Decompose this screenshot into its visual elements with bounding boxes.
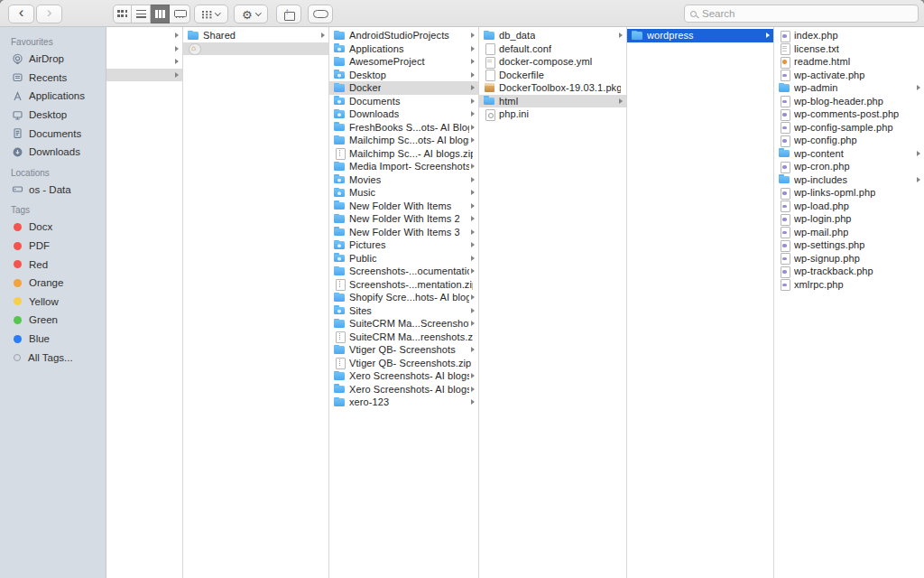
sidebar-item-desktop[interactable]: Desktop [0, 106, 106, 125]
folder-row[interactable]: AwesomeProject [329, 55, 478, 69]
sidebar-item-label: Documents [29, 128, 81, 139]
file-row[interactable] [106, 42, 182, 56]
folder-applications-icon [334, 43, 346, 53]
file-row[interactable]: wp-load.php [774, 200, 924, 213]
sidebar-item-applications[interactable]: Applications [0, 87, 106, 106]
folder-row[interactable]: AndroidStudioProjects [329, 29, 478, 42]
sidebar-item-all-tags[interactable]: All Tags... [0, 348, 106, 367]
file-row[interactable]: xmlrpc.php [774, 278, 924, 292]
file-row[interactable]: wp-signup.php [774, 252, 924, 266]
file-row[interactable]: wp-login.php [774, 212, 924, 226]
file-row[interactable]: readme.html [774, 55, 924, 69]
icon-view-button[interactable] [113, 5, 132, 23]
file-row[interactable]: default.conf [479, 42, 626, 56]
sidebar-item-red[interactable]: Red [0, 255, 106, 274]
folder-row[interactable]: Mailchimp Sc...ots- AI blogs [329, 134, 478, 147]
folder-row[interactable]: Applications [329, 42, 478, 56]
forward-button[interactable] [36, 5, 62, 23]
sidebar-item-airdrop[interactable]: AirDrop [0, 50, 106, 69]
file-row[interactable]: wp-cron.php [774, 160, 924, 173]
file-row[interactable]: wp-links-opml.php [774, 186, 924, 200]
folder-row[interactable]: Documents [329, 95, 478, 108]
sidebar-item-docx[interactable]: Docx [0, 218, 106, 237]
folder-row[interactable]: Shopify Scre...hots- AI blogs [329, 291, 478, 304]
sidebar-item-downloads[interactable]: Downloads [0, 143, 106, 162]
file-row[interactable]: license.txt [774, 42, 924, 56]
red-tag-icon [14, 260, 22, 268]
file-row[interactable]: Vtiger QB- Screenshots.zip [329, 357, 478, 370]
sidebar-item-pdf[interactable]: PDF [0, 237, 106, 256]
folder-row[interactable]: Sites [329, 304, 478, 318]
file-row[interactable]: wp-activate.php [774, 69, 924, 82]
file-row[interactable]: wp-config.php [774, 134, 924, 147]
item-label: Pictures [349, 239, 386, 250]
back-button[interactable] [8, 5, 34, 23]
folder-row[interactable]: Vtiger QB- Screenshots [329, 343, 478, 357]
folder-row[interactable]: Desktop [329, 69, 478, 82]
sidebar-item-yellow[interactable]: Yellow [0, 293, 106, 312]
search-field[interactable] [684, 5, 919, 23]
folder-row[interactable]: Xero Screenshots- AI blogs [329, 383, 478, 396]
folder-row[interactable]: wordpress [627, 29, 773, 42]
folder-row[interactable]: FreshBooks S...ots- AI Blogs [329, 121, 478, 135]
folder-row[interactable]: New Folder With Items 2 [329, 212, 478, 226]
tags-button[interactable] [308, 5, 333, 23]
sidebar-item-os-data[interactable]: os - Data [0, 181, 106, 200]
folder-row[interactable]: Movies [329, 173, 478, 187]
folder-row[interactable]: html [479, 95, 626, 108]
gallery-view-button[interactable] [170, 5, 190, 23]
finder-window: FavouritesAirDropRecentsApplicationsDesk… [0, 0, 924, 578]
folder-row[interactable]: New Folder With Items 3 [329, 226, 478, 239]
folder-row[interactable]: Media Import- Screenshots [329, 160, 478, 173]
file-row[interactable] [183, 42, 328, 56]
folder-row[interactable]: Docker [329, 81, 478, 95]
file-row[interactable]: wp-config-sample.php [774, 121, 924, 135]
sidebar-item-label: Downloads [29, 146, 80, 157]
file-row[interactable]: php.ini [479, 107, 626, 121]
sidebar-item-recents[interactable]: Recents [0, 69, 106, 88]
folder-row[interactable]: db_data [479, 29, 626, 42]
folder-row[interactable]: Public [329, 252, 478, 266]
php-icon [779, 96, 790, 106]
folder-row[interactable]: Music [329, 186, 478, 200]
folder-row[interactable]: Shared [183, 29, 328, 42]
file-row[interactable]: docker-compose.yml [479, 55, 626, 69]
column-view-button[interactable] [151, 5, 170, 23]
file-row[interactable] [106, 69, 182, 82]
file-row[interactable]: index.php [774, 29, 924, 42]
sidebar-item-blue[interactable]: Blue [0, 330, 106, 349]
file-row[interactable]: wp-comments-post.php [774, 107, 924, 121]
file-row[interactable] [106, 29, 182, 42]
file-row[interactable]: wp-settings.php [774, 238, 924, 252]
item-label: wp-activate.php [794, 70, 865, 80]
file-row[interactable]: wp-blog-header.php [774, 95, 924, 108]
share-button[interactable] [276, 5, 301, 23]
item-label: readme.html [794, 56, 850, 67]
folder-row[interactable]: wp-admin [774, 81, 924, 95]
folder-row[interactable]: New Folder With Items [329, 200, 478, 213]
folder-row[interactable]: Xero Screenshots- AI blogs [329, 369, 478, 383]
group-button[interactable] [194, 5, 228, 23]
file-row[interactable]: wp-trackback.php [774, 265, 924, 278]
action-button[interactable] [234, 5, 268, 23]
folder-row[interactable]: SuiteCRM Ma...Screenshots [329, 317, 478, 331]
folder-row[interactable]: wp-content [774, 147, 924, 161]
file-row[interactable]: DockerToolbox-19.03.1.pkg [479, 81, 626, 95]
list-view-button[interactable] [132, 5, 151, 23]
file-row[interactable]: wp-mail.php [774, 226, 924, 239]
search-input[interactable] [700, 7, 912, 20]
folder-row[interactable]: xero-123 [329, 396, 478, 409]
folder-row[interactable]: wp-includes [774, 173, 924, 187]
file-row[interactable]: Screenshots-...mentation.zip [329, 278, 478, 292]
folder-row[interactable]: Downloads [329, 107, 478, 121]
file-row[interactable]: Mailchimp Sc...- AI blogs.zip [329, 147, 478, 161]
file-row[interactable]: Dockerfile [479, 69, 626, 82]
sidebar-item-documents[interactable]: Documents [0, 124, 106, 143]
folder-row[interactable]: Pictures [329, 238, 478, 252]
folder-row[interactable]: Screenshots-...ocumentation [329, 265, 478, 278]
file-row[interactable]: SuiteCRM Ma...reenshots.zip [329, 331, 478, 344]
sidebar-item-green[interactable]: Green [0, 311, 106, 330]
sidebar-section-header: Tags [0, 199, 106, 218]
file-row[interactable] [106, 55, 182, 69]
sidebar-item-orange[interactable]: Orange [0, 274, 106, 293]
